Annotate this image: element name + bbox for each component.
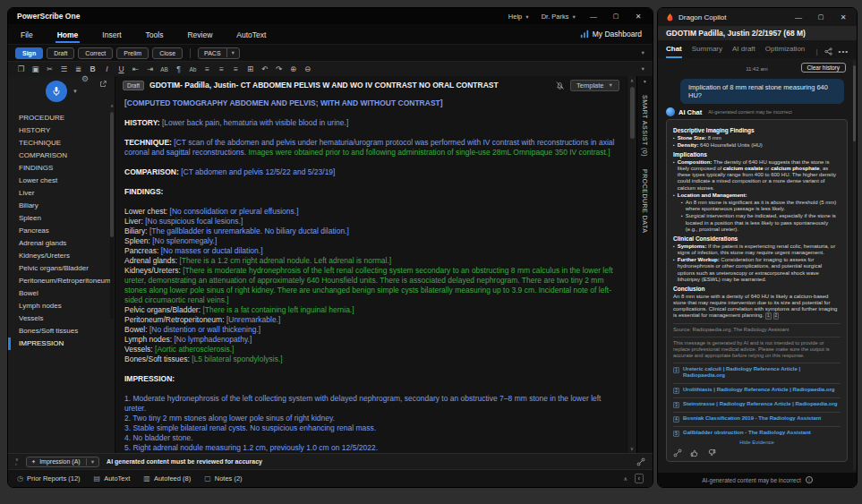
bold-icon[interactable]: B [87, 64, 98, 73]
draft-button[interactable]: Draft [47, 47, 74, 59]
sidebar-item-history[interactable]: HISTORY [8, 124, 115, 137]
sidebar-item-peritoneum-retroperitoneum[interactable]: Peritoneum/Retroperitoneum [8, 275, 115, 287]
reference-text[interactable]: Ureteric calculi | Radiology Reference A… [683, 366, 841, 379]
copilot-minimize-button[interactable]: — [793, 13, 804, 21]
minimize-button[interactable]: — [588, 13, 599, 21]
citation-chip[interactable]: 2 [773, 312, 780, 320]
reference-link[interactable]: 2Urolithiasis | Radiology Reference Arti… [673, 387, 841, 394]
sidebar-item-lymph-nodes[interactable]: Lymph nodes [8, 300, 115, 312]
reference-text[interactable]: Bosniak Classification 2019 - The Radiol… [683, 415, 821, 422]
numbered-list-icon[interactable]: ≣ [73, 64, 84, 73]
bullet-list-icon[interactable]: ☰ [58, 64, 70, 73]
gear-icon[interactable]: ⚙ [81, 74, 89, 83]
redo-icon[interactable]: ↷ [273, 64, 285, 73]
paste-icon[interactable]: ▣ [30, 64, 41, 73]
hide-evidence-link[interactable]: Hide Evidence [673, 440, 841, 446]
sidebar-item-liver[interactable]: Liver [8, 187, 115, 200]
dock-pin-icon[interactable]: ▾ [644, 79, 646, 84]
scroll-up-icon[interactable]: ∧ [630, 78, 634, 83]
sidebar-scroll-up-icon[interactable]: ∧ [110, 103, 114, 108]
prev-field-icon[interactable]: ⇤ [130, 64, 141, 73]
menu-tools[interactable]: Tools [144, 26, 166, 43]
report-document[interactable]: [COMPUTED TOMOGRAPHY ABDOMEN AND PELVIS;… [115, 94, 627, 453]
thumbs-up-icon[interactable] [690, 448, 699, 457]
copilot-maximize-button[interactable]: ▢ [815, 13, 826, 21]
paragraph-icon[interactable]: ¶ [173, 64, 184, 73]
chevron-down-icon[interactable]: ▼ [86, 458, 98, 466]
info-icon[interactable]: i [806, 476, 813, 483]
clear-history-button[interactable]: Clear history [801, 63, 846, 73]
sidebar-item-pancreas[interactable]: Pancreas [8, 225, 115, 237]
link-icon[interactable] [636, 454, 645, 470]
thumbs-down-icon[interactable] [707, 448, 716, 457]
scroll-down-icon[interactable]: ∨ [630, 446, 634, 451]
collapse-left-icon[interactable]: ‹ [15, 462, 19, 466]
sidebar-item-procedure[interactable]: PROCEDURE [8, 112, 115, 124]
maximize-button[interactable]: ▢ [610, 13, 621, 20]
dock-tab-procedure-data[interactable]: PROCEDURE DATA [642, 169, 648, 233]
align-right-icon[interactable]: ≡ [230, 64, 242, 73]
my-dashboard-button[interactable]: My Dashboard [580, 30, 642, 38]
microphone-button[interactable] [46, 81, 67, 102]
dock-tab-smart-assist-0-[interactable]: SMART ASSIST (0) [642, 95, 648, 157]
sidebar-item-adrenal-glands[interactable]: Adrenal glands [8, 237, 115, 250]
sidebar-item-pelvic-organs-bladder[interactable]: Pelvic organs/Bladder [8, 262, 115, 275]
copy-link-icon[interactable] [673, 448, 682, 457]
more-options-icon[interactable]: ••• [839, 47, 849, 56]
menu-autotext[interactable]: AutoText [235, 26, 268, 43]
sidebar-item-findings[interactable]: FINDINGS [8, 162, 115, 175]
close-button[interactable]: Close [152, 47, 183, 59]
reference-text[interactable]: Gallbladder obstruction - The Radiology … [683, 430, 811, 436]
prior-reports-tab[interactable]: ◷Prior Reports (12) [17, 474, 81, 483]
sidebar-item-vessels[interactable]: Vessels [8, 312, 115, 325]
zoom-in-icon[interactable]: ⊕ [287, 64, 299, 73]
autofeed-tab[interactable]: ▥Autofeed (8) [143, 474, 191, 483]
reference-text[interactable]: Urolithiasis | Radiology Reference Artic… [683, 387, 835, 393]
reference-link[interactable]: 5Gallbladder obstruction - The Radiology… [673, 430, 841, 437]
panel-collapse-left-icon[interactable]: ‹ [635, 474, 644, 483]
notes-tab[interactable]: ▢Notes (2) [204, 474, 242, 483]
correct-button[interactable]: Correct [78, 47, 113, 59]
reference-link[interactable]: 4Bosniak Classification 2019 - The Radio… [673, 415, 841, 423]
toolbar-overflow-icon[interactable]: ▼ [641, 50, 645, 56]
chat-scrollbar[interactable] [853, 60, 856, 471]
undo-icon[interactable]: ↶ [259, 64, 270, 73]
underline-icon[interactable]: U [115, 64, 127, 73]
copilot-close-button[interactable]: ✕ [838, 13, 849, 21]
help-menu[interactable]: Help▼ [508, 13, 530, 21]
bell-muted-icon[interactable] [555, 81, 565, 90]
align-left-icon[interactable]: ≡ [201, 64, 213, 73]
copilot-tab-optimization[interactable]: Optimization [765, 45, 805, 58]
reference-text[interactable]: Steinstrasse | Radiology Reference Artic… [683, 401, 838, 407]
copy-icon[interactable]: ❐ [15, 64, 27, 73]
pacs-button[interactable]: PACS ▼ [198, 47, 240, 59]
toolbar-overflow-icon[interactable]: ▼ [641, 66, 645, 72]
user-menu[interactable]: Dr. Parks▼ [542, 13, 576, 21]
mic-options-chevron-icon[interactable]: ▼ [73, 89, 78, 94]
cut-icon[interactable]: ✂ [44, 64, 55, 73]
template-dropdown[interactable]: Template ▼ [570, 80, 619, 91]
section-dropdown[interactable]: ✦ Impression (A) ▼ [26, 457, 99, 467]
close-button[interactable]: ✕ [633, 13, 644, 21]
copilot-tab-ai-draft[interactable]: AI draft [732, 45, 755, 58]
align-center-icon[interactable]: ≡ [216, 64, 227, 73]
citation-chip[interactable]: 1 [765, 312, 772, 320]
sidebar-item-spleen[interactable]: Spleen [8, 212, 115, 225]
editor-scrollbar[interactable]: ∧ ∨ [627, 76, 636, 453]
uppercase-icon[interactable]: AB [158, 66, 170, 73]
menu-insert[interactable]: Insert [100, 26, 123, 43]
reference-link[interactable]: 3Steinstrasse | Radiology Reference Arti… [673, 401, 841, 408]
menu-home[interactable]: Home [55, 26, 81, 43]
prelim-button[interactable]: Prelim [116, 47, 149, 59]
next-field-icon[interactable]: ⇥ [144, 64, 156, 73]
sidebar-item-bowel[interactable]: Bowel [8, 287, 115, 300]
menu-file[interactable]: File [19, 26, 35, 43]
sidebar-item-bones-soft-tissues[interactable]: Bones/Soft tissues [8, 325, 115, 337]
copilot-tab-summary[interactable]: Summary [692, 45, 722, 58]
panel-collapse-up-icon[interactable]: ∧ [623, 475, 627, 482]
sidebar-item-lower-chest[interactable]: Lower chest [8, 175, 115, 187]
sidebar-item-comparison[interactable]: COMPARISON [8, 149, 115, 162]
sidebar-item-impression[interactable]: IMPRESSION [8, 337, 115, 350]
sign-button[interactable]: Sign [15, 47, 43, 59]
menu-review[interactable]: Review [185, 26, 214, 43]
